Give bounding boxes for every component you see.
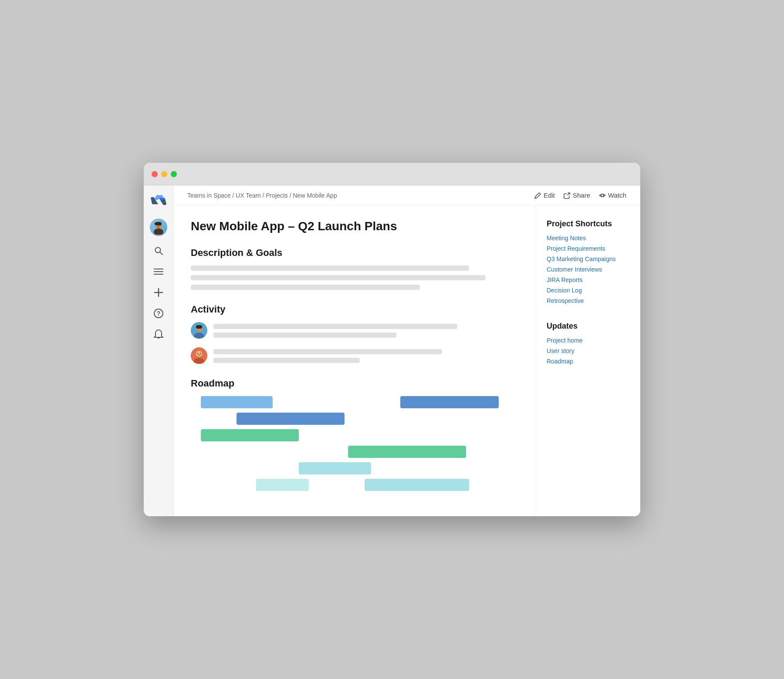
edit-button[interactable]: Edit <box>534 192 555 199</box>
text-line <box>191 275 486 280</box>
user-avatar[interactable] <box>150 218 167 236</box>
right-sidebar: Project Shortcuts Meeting Notes Project … <box>536 205 640 516</box>
update-project-home[interactable]: Project home <box>547 337 630 344</box>
roadmap-bar <box>201 429 299 441</box>
text-line <box>213 324 457 329</box>
text-line <box>213 358 360 363</box>
watch-button[interactable]: Watch <box>599 192 626 199</box>
roadmap-section: Roadmap <box>191 378 518 491</box>
share-button[interactable]: Share <box>564 192 590 199</box>
watch-label: Watch <box>608 192 626 199</box>
shortcut-project-requirements[interactable]: Project Requirements <box>547 245 630 252</box>
roadmap-row <box>191 462 518 474</box>
create-button[interactable] <box>152 286 165 299</box>
description-text <box>191 266 518 290</box>
notification-icon[interactable] <box>152 328 165 340</box>
shortcut-decision-log[interactable]: Decision Log <box>547 287 630 294</box>
app-window: ? Teams in Space / UX Team / Projects / … <box>144 163 640 516</box>
svg-text:?: ? <box>156 310 160 317</box>
roadmap-row <box>191 429 518 441</box>
confluence-logo[interactable] <box>150 192 167 210</box>
svg-rect-5 <box>155 222 162 225</box>
svg-line-8 <box>160 252 162 255</box>
page-title: New Mobile App – Q2 Launch Plans <box>191 219 518 233</box>
traffic-lights <box>152 171 177 177</box>
roadmap-row <box>191 413 518 425</box>
activity-section: Activity <box>191 304 518 364</box>
titlebar <box>144 163 640 185</box>
activity-lines <box>213 347 518 363</box>
activity-avatar-2 <box>191 347 207 364</box>
minimize-button[interactable] <box>161 171 167 177</box>
topbar-actions: Edit Share Watch <box>534 192 626 199</box>
edit-label: Edit <box>544 192 555 199</box>
topbar: Teams in Space / UX Team / Projects / Ne… <box>173 185 640 205</box>
content-area: New Mobile App – Q2 Launch Plans Descrip… <box>173 205 640 516</box>
update-roadmap[interactable]: Roadmap <box>547 358 630 365</box>
svg-point-24 <box>196 351 202 357</box>
description-heading: Description & Goals <box>191 247 518 259</box>
roadmap-row <box>191 396 518 408</box>
roadmap-bar <box>365 479 470 491</box>
roadmap-bar <box>348 446 466 458</box>
roadmap-row <box>191 446 518 458</box>
main-article: New Mobile App – Q2 Launch Plans Descrip… <box>173 205 536 516</box>
roadmap-heading: Roadmap <box>191 378 518 389</box>
roadmap-bar <box>400 396 499 408</box>
update-user-story[interactable]: User story <box>547 347 630 354</box>
left-sidebar: ? <box>144 185 173 516</box>
activity-item <box>191 322 518 339</box>
svg-point-1 <box>154 229 163 235</box>
svg-point-26 <box>197 353 198 354</box>
maximize-button[interactable] <box>171 171 177 177</box>
close-button[interactable] <box>152 171 158 177</box>
activity-item <box>191 347 518 364</box>
roadmap-bar <box>201 396 273 408</box>
svg-point-27 <box>200 353 201 354</box>
activity-lines <box>213 322 518 338</box>
svg-rect-22 <box>196 325 202 329</box>
svg-rect-6 <box>155 222 156 225</box>
roadmap-bar <box>256 479 308 491</box>
menu-icon[interactable] <box>152 266 165 278</box>
text-line <box>213 349 442 354</box>
roadmap-row <box>191 479 518 491</box>
share-label: Share <box>573 192 590 199</box>
activity-heading: Activity <box>191 304 518 315</box>
shortcut-meeting-notes[interactable]: Meeting Notes <box>547 235 630 242</box>
shortcut-jira-reports[interactable]: JIRA Reports <box>547 276 630 283</box>
roadmap-bar <box>237 413 345 425</box>
updates-heading: Updates <box>547 322 630 331</box>
text-line <box>213 333 396 338</box>
roadmap-bar <box>299 462 371 474</box>
updates-section: Updates Project home User story Roadmap <box>547 322 630 365</box>
shortcut-retrospective[interactable]: Retrospective <box>547 297 630 304</box>
shortcut-customer-interviews[interactable]: Customer Interviews <box>547 266 630 273</box>
search-icon[interactable] <box>152 245 165 257</box>
roadmap-grid <box>191 396 518 491</box>
breadcrumb: Teams in Space / UX Team / Projects / Ne… <box>187 192 337 199</box>
text-line <box>191 285 420 290</box>
shortcuts-heading: Project Shortcuts <box>547 219 630 229</box>
help-icon[interactable]: ? <box>152 307 165 319</box>
shortcut-q3-marketing[interactable]: Q3 Marketing Campaigns <box>547 255 630 262</box>
text-line <box>191 266 469 271</box>
activity-avatar-1 <box>191 322 207 339</box>
main-content: Teams in Space / UX Team / Projects / Ne… <box>173 185 640 516</box>
app-body: ? Teams in Space / UX Team / Projects / … <box>144 185 640 516</box>
